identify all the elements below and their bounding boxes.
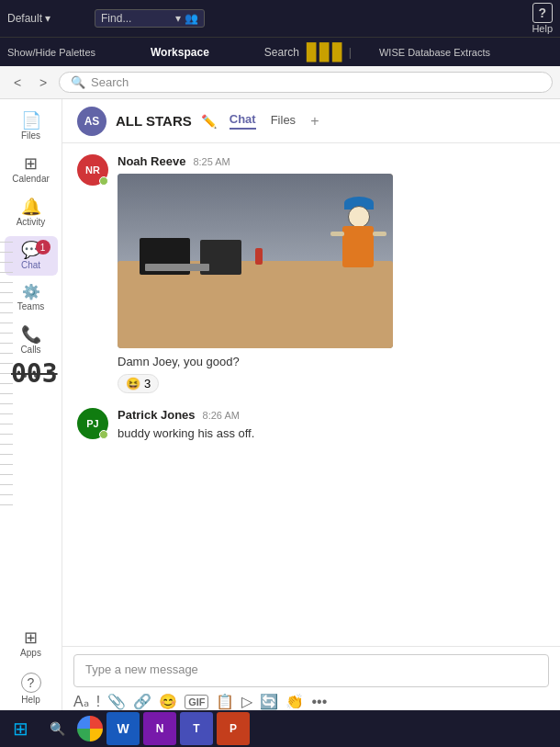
message-time-1: 8:25 AM [193,156,230,167]
files-icon: 📄 [21,112,41,129]
find-label: Find... [101,12,131,25]
sidebar-label-files: Files [21,130,40,141]
sidebar-label-teams: Teams [17,301,44,311]
teams-icon: ⚙️ [22,285,40,300]
default-arrow: ▾ [45,12,50,25]
format-button[interactable]: Aₐ [73,693,89,710]
chat-area: AS ALL STARS ✏️ Chat Files + NR Noah Ree… [62,99,560,718]
message-header-1: Noah Reeve 8:25 AM [118,154,545,168]
show-hide-button[interactable]: Show/Hide Palettes [7,47,95,58]
sender-name-1: Noah Reeve [118,154,185,168]
nav-search-bar[interactable]: 🔍 Search [59,72,553,93]
tab-files[interactable]: Files [271,113,296,129]
message-time-2: 8:26 AM [203,410,240,421]
sidebar-item-files[interactable]: 📄 Files [5,107,58,146]
taskbar-word[interactable]: W [106,712,140,745]
forward-button[interactable]: > [33,73,53,93]
search-placeholder: Search [91,75,129,89]
top-toolbar: Default ▾ Find... ▾ 👥 ? Help [0,0,560,37]
taskbar-onenote[interactable]: N [143,712,176,745]
message-content-2: Patrick Jones 8:26 AM buddy working his … [118,408,545,442]
separator: | [349,46,352,59]
taskbar-teams[interactable]: T [180,712,213,745]
sidebar-label-calendar: Calendar [12,174,50,184]
message-group-2: PJ Patrick Jones 8:26 AM buddy working h… [77,408,545,442]
message-input[interactable]: Type a new message [73,654,549,687]
add-tab-button[interactable]: + [310,113,319,130]
chat-badge: 1 [36,240,50,255]
second-toolbar: Show/Hide Palettes Workspace Search ▊▊▊ … [0,37,560,66]
activity-icon: 🔔 [21,198,41,215]
message-input-area: Type a new message Aₐ ! 📎 🔗 😊 GIF 📋 ▷ 🔄 … [62,646,560,718]
message-content-1: Noah Reeve 8:25 AM [118,154,545,393]
default-dropdown[interactable]: Default ▾ [7,12,50,25]
workspace-label: Workspace [151,46,209,59]
sender-avatar-1: NR [77,154,108,186]
message-reaction-1[interactable]: 😆 3 [118,374,159,393]
reaction-emoji-1: 😆 [126,377,140,390]
channel-header: AS ALL STARS ✏️ Chat Files + [62,99,560,143]
nav-bar: < > 🔍 Search [0,66,560,99]
message-group-1: NR Noah Reeve 8:25 AM [77,154,545,393]
praise-button[interactable]: 👏 [286,693,304,710]
photo-scene [118,174,393,348]
help-icon: ? [532,3,553,23]
gif-button[interactable]: GIF [185,695,208,709]
link-button[interactable]: 🔗 [133,693,151,710]
apps-icon: ⊞ [24,629,38,646]
schedule-button[interactable]: 🔄 [260,693,278,710]
taskbar-chrome[interactable] [77,716,103,741]
tab-chat[interactable]: Chat [230,112,256,130]
toolbar-icons: ▊▊▊ [307,42,345,62]
messages-container: NR Noah Reeve 8:25 AM [62,143,560,646]
online-indicator-2 [99,430,108,439]
windows-start-button[interactable]: ⊞ [4,712,37,745]
attach-button[interactable]: ! [96,694,100,710]
message-header-2: Patrick Jones 8:26 AM [118,408,545,422]
channel-tabs: Chat Files + [230,112,319,130]
sidebar-label-calls: Calls [20,345,40,355]
sticker-button[interactable]: 📋 [216,693,234,710]
sidebar-item-calendar[interactable]: ⊞ Calendar [5,150,58,189]
sidebar-label-activity: Activity [17,217,46,227]
sender-avatar-2: PJ [77,408,108,439]
search-icon: 🔍 [71,75,85,89]
find-input[interactable]: Find... ▾ 👥 [95,9,205,28]
reaction-count-1: 3 [144,377,151,390]
taskbar-powerpoint[interactable]: P [217,712,250,745]
online-indicator [99,176,108,186]
emoji-button[interactable]: 😊 [159,693,177,710]
taskbar-search[interactable]: 🔍 [40,712,73,745]
sidebar-label-help: Help [21,695,40,705]
channel-name: ALL STARS [116,113,192,129]
send-button[interactable]: ▷ [241,693,252,710]
help-label: Help [532,23,553,34]
help-button[interactable]: ? Help [532,3,553,34]
calls-icon: 📞 [21,326,41,343]
wise-label: WISE Database Extracts [379,47,490,58]
main-area: 📄 Files ⊞ Calendar 🔔 Activity 1 💬 Chat ⚙… [0,99,560,718]
sidebar-item-activity[interactable]: 🔔 Activity [5,193,58,232]
sidebar-item-help[interactable]: ? Help [5,667,58,710]
back-button[interactable]: < [7,73,28,93]
search-label: Search [264,46,299,59]
sidebar-label-chat: Chat [21,260,40,270]
message-photo [118,174,393,348]
edit-channel-button[interactable]: ✏️ [201,114,217,129]
sidebar-label-apps: Apps [20,648,41,658]
sender-name-2: Patrick Jones [118,408,196,422]
input-toolbar: Aₐ ! 📎 🔗 😊 GIF 📋 ▷ 🔄 👏 ••• [73,693,549,710]
help-sidebar-icon: ? [21,673,41,693]
sidebar-item-apps[interactable]: ⊞ Apps [5,624,58,663]
calendar-icon: ⊞ [24,155,38,172]
taskbar: ⊞ 🔍 W N T P [0,710,560,747]
number-overlay: 003 [11,358,58,389]
channel-avatar: AS [77,107,106,136]
default-label: Default [7,12,42,25]
message-text-2: buddy working his ass off. [118,425,545,442]
more-input-button[interactable]: ••• [311,694,327,710]
paperclip-button[interactable]: 📎 [107,693,126,710]
message-text-1: Damn Joey, you good? [118,354,545,370]
